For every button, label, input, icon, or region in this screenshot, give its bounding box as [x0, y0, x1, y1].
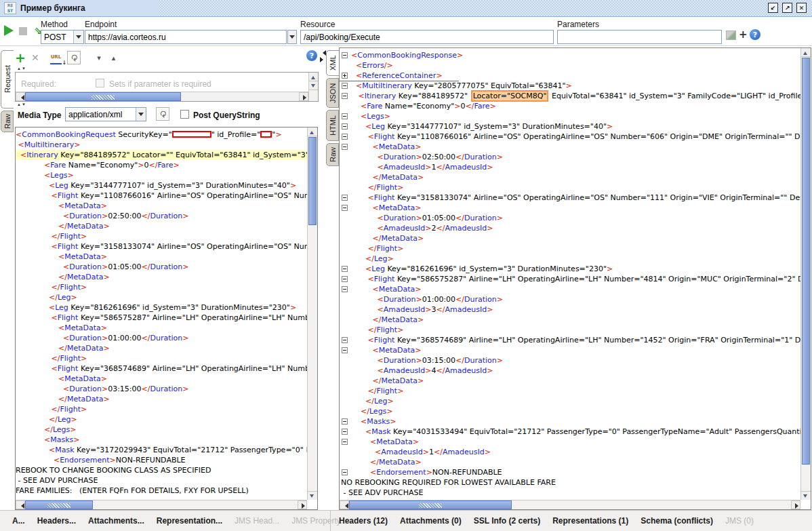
move-down-icon[interactable]: ▾: [97, 51, 101, 64]
resource-input[interactable]: [300, 30, 554, 44]
xml-line: <Leg Key="816261696" id_System="3" Durat…: [16, 302, 307, 313]
close-window-icon[interactable]: ✕: [796, 3, 807, 13]
scroll-up-button[interactable]: [308, 127, 317, 136]
media-type-select[interactable]: application/xml: [65, 107, 146, 121]
collapse-node-toggle[interactable]: [342, 347, 348, 353]
media-refresh-icon[interactable]: ⟳: [156, 107, 169, 121]
update-from-url-icon[interactable]: URL: [50, 51, 62, 64]
parameters-input[interactable]: [557, 30, 722, 44]
scroll-right-button[interactable]: [299, 92, 308, 101]
expand-node-toggle[interactable]: [342, 73, 348, 79]
tab-xml[interactable]: XML: [326, 50, 339, 76]
scrollbar-thumb[interactable]: [349, 500, 512, 509]
float-window-icon[interactable]: ↗: [782, 3, 792, 13]
remove-param-button[interactable]: ✕: [31, 51, 39, 64]
footer-tab-representation-[interactable]: Representation...: [157, 516, 222, 526]
response-vertical-scrollbar[interactable]: [800, 48, 811, 500]
tab-raw[interactable]: Raw: [1, 111, 14, 132]
scroll-down-button[interactable]: [801, 491, 811, 500]
run-request-button[interactable]: [4, 25, 14, 36]
collapse-node-toggle[interactable]: [342, 134, 348, 140]
collapse-node-toggle[interactable]: [342, 83, 348, 89]
scroll-up-button[interactable]: [309, 73, 318, 81]
scroll-left-button[interactable]: [16, 92, 25, 101]
xml-line: <Mask Key="3172029943" EquivTotal="21712…: [16, 445, 307, 455]
splitter-handle[interactable]: ▲▼: [17, 66, 26, 71]
collapse-node-toggle[interactable]: [342, 52, 348, 58]
collapse-left-icon[interactable]: [320, 50, 326, 56]
move-up-icon[interactable]: ▴: [112, 51, 116, 64]
help-icon[interactable]: ?: [750, 29, 760, 40]
required-checkbox[interactable]: [96, 79, 104, 87]
tab-raw[interactable]: Raw: [326, 143, 339, 166]
xml-line: <Duration>01:05:00</Duration>: [16, 262, 307, 272]
panel-splitter[interactable]: [320, 50, 326, 62]
scrollbar-thumb[interactable]: [25, 500, 93, 509]
scrollbar-thumb[interactable]: [25, 92, 181, 101]
collapse-node-toggle[interactable]: [342, 429, 348, 435]
response-horizontal-scrollbar[interactable]: [340, 500, 800, 509]
footer-tab-headers-12-[interactable]: Headers (12): [339, 516, 388, 526]
request-horizontal-scrollbar[interactable]: [16, 500, 307, 509]
request-xml-editor[interactable]: <CommonBookingRequest SecurityKey="" id_…: [15, 127, 318, 510]
footer-tab-attachments-[interactable]: Attachments...: [88, 516, 144, 526]
xml-line: </MetaData>: [340, 233, 800, 243]
post-querystring-checkbox[interactable]: [180, 110, 189, 119]
collapse-node-toggle[interactable]: [342, 93, 348, 99]
scroll-left-button[interactable]: [16, 500, 25, 509]
collapse-node-toggle[interactable]: [342, 337, 348, 343]
play-icon: [4, 25, 14, 36]
footer-tab-representations-1-[interactable]: Representations (1): [552, 516, 628, 526]
footer-tab-headers-[interactable]: Headers...: [37, 516, 76, 526]
xml-line: <Duration>01:05:00</Duration>: [340, 213, 800, 223]
endpoint-input[interactable]: [85, 30, 287, 44]
scrollbar-thumb[interactable]: [308, 137, 317, 225]
media-type-label: Media Type: [18, 111, 61, 120]
stop-icon: [19, 27, 27, 35]
params-vertical-scrollbar[interactable]: [308, 73, 318, 101]
collapse-node-toggle[interactable]: [342, 195, 348, 201]
response-xml-editor[interactable]: <CommonBookingResponse> <Errors/> <Refer…: [339, 47, 811, 510]
scroll-down-button[interactable]: [309, 81, 318, 90]
collapse-right-icon[interactable]: [320, 57, 326, 62]
collapse-node-toggle[interactable]: [342, 113, 348, 119]
response-xml-content[interactable]: <CommonBookingResponse> <Errors/> <Refer…: [340, 48, 800, 499]
scroll-right-button[interactable]: [791, 500, 800, 509]
edit-params-icon[interactable]: [726, 31, 736, 40]
footer-tab-ssl-info-2-certs-[interactable]: SSL Info (2 certs): [474, 516, 540, 526]
collapse-node-toggle[interactable]: [342, 205, 348, 211]
params-horizontal-scrollbar[interactable]: [16, 92, 308, 101]
collapse-node-toggle[interactable]: [342, 469, 348, 475]
footer-tab-schema-conflicts-[interactable]: Schema (conflicts): [641, 516, 713, 526]
xml-line: </Leg>: [16, 414, 307, 425]
tab-html[interactable]: HTML: [326, 110, 339, 141]
collapse-node-toggle[interactable]: [342, 123, 348, 130]
request-vertical-scrollbar[interactable]: [307, 127, 317, 500]
footer-tab-a-[interactable]: A...: [12, 516, 25, 526]
scroll-down-button[interactable]: [308, 491, 317, 500]
collapse-node-toggle[interactable]: [342, 439, 348, 445]
collapse-node-toggle[interactable]: [342, 286, 348, 292]
scroll-left-button[interactable]: [340, 500, 349, 509]
collapse-node-toggle[interactable]: [342, 276, 348, 282]
add-param-button[interactable]: +: [15, 51, 26, 64]
request-help-icon[interactable]: ?: [306, 50, 317, 61]
endpoint-dropdown-button[interactable]: [287, 30, 297, 44]
scroll-right-button[interactable]: [298, 500, 307, 509]
scrollbar-thumb[interactable]: [802, 58, 810, 465]
method-select[interactable]: POST: [41, 30, 84, 44]
dock-window-icon[interactable]: ↙: [768, 3, 778, 13]
collapse-node-toggle[interactable]: [342, 266, 348, 272]
footer-tab-attachments-0-[interactable]: Attachments (0): [400, 516, 462, 526]
add-param-icon[interactable]: +: [739, 28, 748, 41]
request-xml-content[interactable]: <CommonBookingRequest SecurityKey="" id_…: [16, 127, 307, 499]
stop-request-button[interactable]: [19, 27, 27, 35]
refresh-icon[interactable]: ⟳: [67, 51, 81, 64]
collapse-node-toggle[interactable]: [342, 418, 348, 425]
splitter-handle[interactable]: ▲▼: [17, 102, 26, 106]
scroll-up-button[interactable]: [801, 48, 811, 57]
xml-line: <MetaData>: [16, 252, 307, 262]
tab-request[interactable]: Request: [1, 50, 14, 109]
tab-json[interactable]: JSON: [326, 78, 339, 108]
collapse-node-toggle[interactable]: [342, 144, 348, 150]
